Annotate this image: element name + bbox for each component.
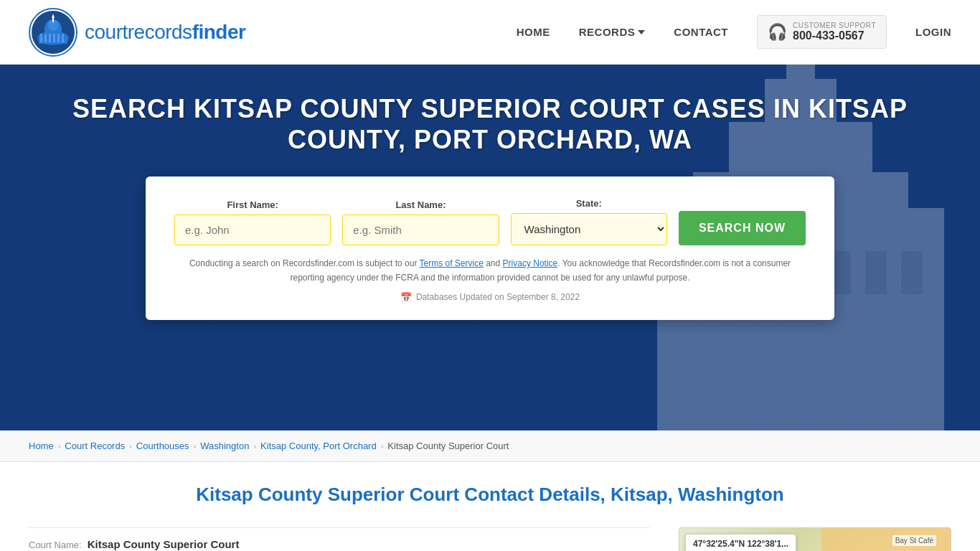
hero-title: SEARCH KITSAP COUNTY SUPERIOR COURT CASE… xyxy=(14,93,966,155)
nav-records[interactable]: RECORDS xyxy=(579,26,646,38)
last-name-label: Last Name: xyxy=(342,199,499,210)
support-label: CUSTOMER SUPPORT xyxy=(793,22,876,29)
breadcrumb-sep-2: › xyxy=(129,442,132,451)
search-button[interactable]: SEARCH NOW xyxy=(679,211,806,245)
nav-home[interactable]: HOME xyxy=(517,26,550,38)
state-label: State: xyxy=(511,198,667,209)
first-name-label: First Name: xyxy=(174,199,331,210)
map-coords: 47°32'25.4"N 122°38'1... xyxy=(693,539,788,549)
map-column: ▼ 47°32'25.4"N 122°38'1... View larger m… xyxy=(679,527,951,551)
support-area[interactable]: 🎧 CUSTOMER SUPPORT 800-433-0567 xyxy=(757,15,887,49)
records-chevron-icon xyxy=(638,30,645,34)
breadcrumb-sep-3: › xyxy=(194,442,197,451)
hero-section: SEARCH KITSAP COUNTY SUPERIOR COURT CASE… xyxy=(0,65,980,430)
map-placeholder: ▼ 47°32'25.4"N 122°38'1... View larger m… xyxy=(679,527,951,551)
svg-rect-9 xyxy=(53,34,55,42)
nav-login[interactable]: LOGIN xyxy=(915,26,951,38)
first-name-input[interactable] xyxy=(174,215,331,245)
breadcrumb-courthouses[interactable]: Courthouses xyxy=(136,441,189,451)
site-header: courtrecordsfinder HOME RECORDS CONTACT … xyxy=(0,0,980,65)
support-number: 800-433-0567 xyxy=(793,29,876,42)
svg-rect-6 xyxy=(40,34,42,42)
first-name-group: First Name: xyxy=(174,199,331,245)
search-fields: First Name: Last Name: State: Washington… xyxy=(174,198,806,245)
court-name-row: Court Name: Kitsap County Superior Court xyxy=(29,527,650,551)
svg-rect-10 xyxy=(57,34,60,42)
breadcrumb-sep-4: › xyxy=(253,442,256,451)
last-name-group: Last Name: xyxy=(342,199,499,245)
breadcrumb-kitsap-county[interactable]: Kitsap County, Port Orchard xyxy=(260,441,377,451)
svg-rect-7 xyxy=(44,34,47,42)
logo-icon xyxy=(29,8,77,57)
headphone-icon: 🎧 xyxy=(768,23,787,42)
last-name-input[interactable] xyxy=(342,215,499,245)
court-name-label: Court Name: xyxy=(29,540,82,550)
svg-rect-8 xyxy=(49,34,51,42)
breadcrumb-home[interactable]: Home xyxy=(29,441,54,451)
nav-contact[interactable]: CONTACT xyxy=(674,26,728,38)
breadcrumb-sep-1: › xyxy=(58,442,61,451)
map-label-box: 47°32'25.4"N 122°38'1... View larger map xyxy=(685,534,796,551)
breadcrumb-washington[interactable]: Washington xyxy=(200,441,249,451)
logo-area[interactable]: courtrecordsfinder xyxy=(29,8,245,57)
details-column: Court Name: Kitsap County Superior Court… xyxy=(29,527,650,551)
svg-rect-18 xyxy=(786,65,815,86)
map-cafe-label: Bay St Café xyxy=(892,535,936,546)
breadcrumb-current: Kitsap County Superior Court xyxy=(387,441,509,451)
terms-link[interactable]: Terms of Service xyxy=(420,258,484,268)
state-group: State: Washington Alabama Alaska Arizona… xyxy=(511,198,667,245)
state-select[interactable]: Washington Alabama Alaska Arizona Califo… xyxy=(511,213,667,245)
db-updated: 📅 Databases Updated on September 8, 2022 xyxy=(174,292,806,303)
content-grid: Court Name: Kitsap County Superior Court… xyxy=(29,527,951,551)
search-box: First Name: Last Name: State: Washington… xyxy=(146,176,834,319)
main-content: Kitsap County Superior Court Contact Det… xyxy=(0,462,980,551)
logo-text: courtrecordsfinder xyxy=(85,21,245,44)
map-inner: ▼ 47°32'25.4"N 122°38'1... View larger m… xyxy=(679,528,951,551)
support-text: CUSTOMER SUPPORT 800-433-0567 xyxy=(793,22,876,42)
breadcrumb-court-records[interactable]: Court Records xyxy=(65,441,125,451)
svg-rect-11 xyxy=(62,34,64,42)
search-disclaimer: Conducting a search on Recordsfinder.com… xyxy=(174,257,806,284)
privacy-link[interactable]: Privacy Notice xyxy=(503,258,558,268)
calendar-icon: 📅 xyxy=(400,292,412,303)
main-nav: HOME RECORDS CONTACT 🎧 CUSTOMER SUPPORT … xyxy=(517,15,951,49)
breadcrumb-sep-5: › xyxy=(381,442,384,451)
court-name-value: Kitsap County Superior Court xyxy=(88,538,240,550)
page-heading: Kitsap County Superior Court Contact Det… xyxy=(29,484,951,506)
breadcrumb: Home › Court Records › Courthouses › Was… xyxy=(0,430,980,462)
